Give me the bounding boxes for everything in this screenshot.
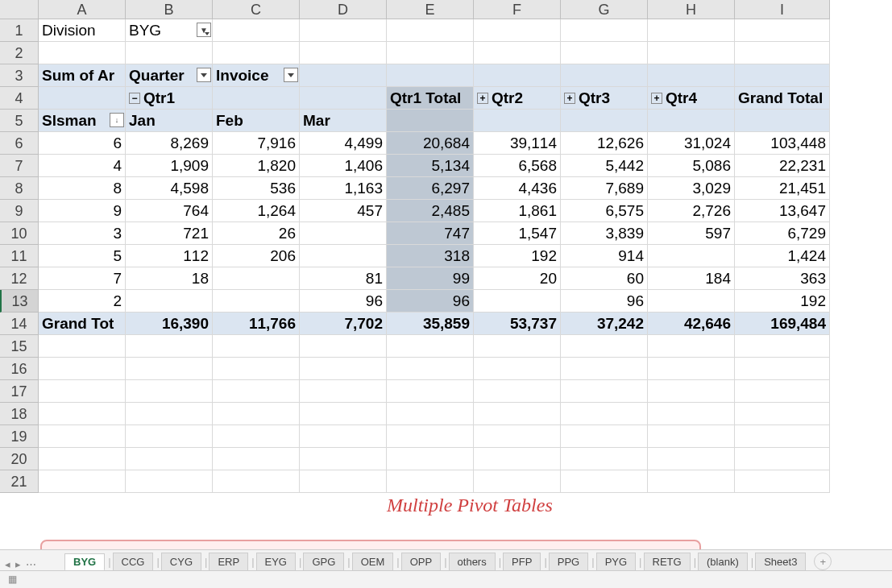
col-header-I[interactable]: I [735,0,830,19]
row-header-8[interactable]: 8 [0,177,39,200]
sheet-tab-OPP[interactable]: OPP [401,553,441,570]
empty-cell [300,335,387,358]
select-all-corner[interactable] [0,0,39,19]
q2-value: 1,547 [474,222,561,245]
slsman-header[interactable]: Slsman↓ [39,110,126,132]
col-header-G[interactable]: G [561,0,648,19]
row-header-17[interactable]: 17 [0,380,39,403]
sheet-tab-Sheet3[interactable]: Sheet3 [755,553,806,570]
q3-value: 7,689 [561,177,648,200]
empty-cell [648,470,735,493]
row-header-7[interactable]: 7 [0,155,39,177]
qtr4-header[interactable]: +Qtr4 [648,87,735,110]
qtr3-header[interactable]: +Qtr3 [561,87,648,110]
pivot-quarter-header[interactable]: Quarter [126,64,213,87]
nav-first-icon[interactable]: ◂ [5,558,10,570]
sheet-tab-BYG[interactable]: BYG [64,553,105,571]
qtr1-header[interactable]: −Qtr1 [126,87,213,110]
q2-value: 4,436 [474,177,561,200]
collapse-qtr1-icon[interactable]: − [129,93,140,104]
empty-cell [735,358,830,380]
sheet-tab-PFP[interactable]: PFP [503,553,541,570]
col-header-A[interactable]: A [39,0,126,19]
gt-feb: 11,766 [213,313,300,335]
col-header-C[interactable]: C [213,0,300,19]
row-header-11[interactable]: 11 [0,245,39,267]
row-header-1[interactable]: 1 [0,19,39,42]
status-bar: ▦ [0,570,892,588]
row-header-6[interactable]: 6 [0,132,39,155]
row-header-18[interactable]: 18 [0,403,39,425]
row-header-12[interactable]: 12 [0,267,39,290]
sheet-tab-others[interactable]: others [449,553,496,570]
filter-dropdown-icon[interactable]: ▼ [197,23,211,37]
sheet-tab-OEM[interactable]: OEM [352,553,394,570]
row-header-16[interactable]: 16 [0,358,39,380]
qtr2-header[interactable]: +Qtr2 [474,87,561,110]
empty-cell [387,403,474,425]
sheet-tab-EYG[interactable]: EYG [256,553,296,570]
row-header-19[interactable]: 19 [0,425,39,448]
row-header-5[interactable]: 5 [0,110,39,132]
empty-cell [648,403,735,425]
empty-cell [213,470,300,493]
col-header-B[interactable]: B [126,0,213,19]
row-header-14[interactable]: 14 [0,313,39,335]
pivot-blank [474,110,561,132]
nav-prev-icon[interactable]: ▸ [15,558,21,570]
row-header-21[interactable]: 21 [0,470,39,493]
sheet-tab-CCG[interactable]: CCG [113,553,154,570]
pivot-invoice-header[interactable]: Invoice [213,64,300,87]
gt-jan: 16,390 [126,313,213,335]
row-header-2[interactable]: 2 [0,42,39,64]
mar-header: Mar [300,110,387,132]
q1total-value: 2,485 [387,200,474,222]
expand-qtr3-icon[interactable]: + [564,93,575,104]
pivot-header-blank [300,64,387,87]
invoice-dropdown-icon[interactable] [284,68,298,82]
sheet-tab-(blank)[interactable]: (blank) [698,553,748,570]
slsman-sort-icon[interactable]: ↓ [110,113,124,127]
slsman-value: 9 [39,200,126,222]
feb-value: 1,264 [213,200,300,222]
row-header-15[interactable]: 15 [0,335,39,358]
col-header-F[interactable]: F [474,0,561,19]
empty-cell [126,380,213,403]
nav-more-icon[interactable]: ⋯ [26,558,36,570]
grand-total-row-header: Grand Tot [39,313,126,335]
empty-cell [561,470,648,493]
col-header-D[interactable]: D [300,0,387,19]
filter-value-cell[interactable]: BYG▼ [126,19,213,42]
row-header-10[interactable]: 10 [0,222,39,245]
feb-value: 1,820 [213,155,300,177]
gt-q4: 42,646 [648,313,735,335]
sheet-tab-GPG[interactable]: GPG [303,553,344,570]
row-header-4[interactable]: 4 [0,87,39,110]
empty-cell [561,19,648,42]
sheet-tab-ERP[interactable]: ERP [209,553,248,570]
sheet-nav[interactable]: ◂ ▸ ⋯ [0,558,64,570]
col-header-E[interactable]: E [387,0,474,19]
new-sheet-button[interactable]: + [814,553,832,570]
row-header-9[interactable]: 9 [0,200,39,222]
pivot-sumof-header: Sum of Ar [39,64,126,87]
empty-cell [474,19,561,42]
sheet-tab-RETG[interactable]: RETG [644,553,691,570]
sheet-tab-PPG[interactable]: PPG [549,553,588,570]
empty-cell [735,42,830,64]
col-header-H[interactable]: H [648,0,735,19]
jan-value: 112 [126,245,213,267]
expand-qtr2-icon[interactable]: + [477,93,488,104]
jan-value: 721 [126,222,213,245]
sheet-tab-CYG[interactable]: CYG [161,553,201,570]
expand-qtr4-icon[interactable]: + [651,93,662,104]
row-header-20[interactable]: 20 [0,448,39,470]
empty-cell [735,448,830,470]
empty-cell [39,425,126,448]
row-header-13[interactable]: 13 [0,290,39,313]
sheet-tab-PYG[interactable]: PYG [596,553,636,570]
quarter-dropdown-icon[interactable] [197,68,211,82]
row-header-3[interactable]: 3 [0,64,39,87]
feb-value: 206 [213,245,300,267]
q1total-value: 6,297 [387,177,474,200]
